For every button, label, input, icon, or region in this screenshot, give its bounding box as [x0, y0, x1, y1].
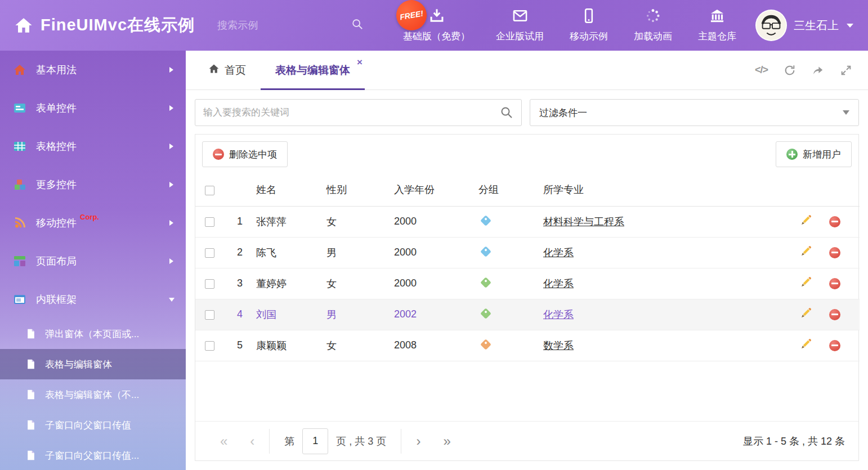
- first-page-button[interactable]: «: [209, 433, 239, 449]
- nav-theme-repo[interactable]: 主题仓库: [698, 8, 736, 43]
- tab-label: 首页: [225, 63, 246, 78]
- file-icon: [25, 389, 37, 400]
- next-page-button[interactable]: ›: [405, 433, 432, 449]
- major-link[interactable]: 化学系: [543, 247, 574, 258]
- table-row[interactable]: 5 康颖颖 女 2008 数学系: [195, 330, 860, 361]
- minus-circle-icon: [213, 149, 224, 160]
- sidebar-item-iframe[interactable]: 内联框架: [0, 280, 186, 319]
- chevron-down-icon: [847, 24, 853, 28]
- add-user-button[interactable]: 新增用户: [776, 141, 852, 167]
- filter-dropdown-value: 过滤条件一: [539, 106, 587, 119]
- sidebar-item-page-layout[interactable]: 页面布局: [0, 242, 186, 280]
- form-icon: [12, 101, 27, 115]
- mobile-signal-icon: [12, 216, 27, 230]
- major-link[interactable]: 数学系: [543, 340, 574, 351]
- nav-enterprise-trial[interactable]: 企业版试用: [496, 8, 544, 43]
- user-menu[interactable]: 三生石上: [755, 10, 853, 41]
- select-all-checkbox[interactable]: [205, 186, 214, 195]
- delete-selected-button[interactable]: 删除选中项: [202, 141, 288, 167]
- row-checkbox[interactable]: [205, 248, 214, 258]
- sidebar-item-table-controls[interactable]: 表格控件: [0, 127, 186, 165]
- sidebar-item-mobile-controls[interactable]: 移动控件 Corp.: [0, 204, 186, 242]
- nav-mobile-demo[interactable]: 移动示例: [570, 8, 608, 43]
- sidebar-subitem-grid-edit-window[interactable]: 表格与编辑窗体: [0, 349, 186, 379]
- header-search-input[interactable]: [217, 20, 348, 32]
- row-checkbox[interactable]: [205, 310, 214, 320]
- chevron-right-icon: [169, 67, 173, 73]
- app-title: FineUIMvc在线示例: [41, 14, 195, 37]
- major-link[interactable]: 化学系: [543, 309, 574, 320]
- delete-row-icon[interactable]: [829, 309, 840, 320]
- close-icon[interactable]: ×: [357, 57, 363, 67]
- cell-gender: 女: [326, 268, 394, 299]
- row-checkbox[interactable]: [205, 217, 214, 227]
- cubes-icon: [12, 178, 27, 191]
- share-forward-icon[interactable]: [812, 64, 824, 77]
- bank-icon: [709, 8, 725, 26]
- pagination-bar: « ‹ 第 1 页 , 共 3 页 › » 显示 1 - 5 条 , 共 12 …: [195, 421, 858, 460]
- page-number-input[interactable]: 1: [302, 428, 328, 454]
- cell-name: 张萍萍: [256, 206, 326, 237]
- chevron-right-icon: [169, 258, 173, 264]
- row-checkbox[interactable]: [205, 341, 214, 351]
- last-page-button[interactable]: »: [432, 433, 462, 449]
- tabbar-actions: </>: [755, 51, 860, 89]
- table-row[interactable]: 1 张萍萍 女 2000 材料科学与工程系: [195, 206, 860, 237]
- cell-name: 刘国: [256, 299, 326, 330]
- row-index: 4: [223, 299, 256, 330]
- header-name: 姓名: [256, 174, 326, 206]
- source-code-icon[interactable]: </>: [755, 64, 768, 76]
- cell-year: 2000: [394, 237, 478, 268]
- sidebar-subitem-popup-window[interactable]: 弹出窗体（本页面或...: [0, 319, 186, 349]
- tag-icon: [480, 339, 491, 350]
- sidebar-item-form-controls[interactable]: 表单控件: [0, 89, 186, 127]
- nav-label: 基础版（免费）: [403, 30, 470, 43]
- tab-grid-edit-window[interactable]: 表格与编辑窗体 ×: [261, 51, 365, 89]
- edit-pencil-icon[interactable]: [800, 307, 812, 321]
- edit-pencil-icon[interactable]: [800, 338, 812, 352]
- file-icon: [25, 359, 37, 370]
- delete-row-icon[interactable]: [829, 216, 840, 227]
- prev-page-button[interactable]: ‹: [239, 433, 266, 449]
- sidebar-item-more-controls[interactable]: 更多控件: [0, 165, 186, 204]
- edit-pencil-icon[interactable]: [800, 214, 812, 229]
- delete-row-icon[interactable]: [829, 247, 840, 258]
- sidebar-subitem-child-to-parent[interactable]: 子窗口向父窗口传值: [0, 410, 186, 440]
- row-checkbox[interactable]: [205, 279, 214, 289]
- edit-pencil-icon[interactable]: [800, 276, 812, 290]
- table-row-selected[interactable]: 4 刘国 男 2002 化学系: [195, 299, 860, 330]
- nav-loading-animation[interactable]: 加载动画: [634, 8, 672, 43]
- user-name: 三生石上: [794, 18, 839, 33]
- sidebar-subitem-child-to-parent-2[interactable]: 子窗口向父窗口传值...: [0, 440, 186, 470]
- sidebar-subitem-grid-edit-window-2[interactable]: 表格与编辑窗体（不...: [0, 379, 186, 410]
- search-icon[interactable]: [500, 106, 513, 119]
- table-row[interactable]: 3 董婷婷 女 2000 化学系: [195, 268, 860, 299]
- envelope-icon: [512, 8, 528, 26]
- nav-basic-free[interactable]: FREE! 基础版（免费）: [403, 8, 470, 43]
- major-link[interactable]: 化学系: [543, 278, 574, 289]
- file-icon: [25, 328, 37, 339]
- search-icon[interactable]: [351, 18, 364, 33]
- table-header-row: 姓名 性别 入学年份 分组 所学专业: [195, 174, 860, 206]
- spinner-icon: [645, 8, 661, 26]
- sidebar: 基本用法 表单控件 表格控件 更多控件 移动控件 Corp. 页面布局 内联框架…: [0, 51, 186, 470]
- table-row[interactable]: 2 陈飞 男 2000 化学系: [195, 237, 860, 268]
- keyword-search-input[interactable]: [203, 107, 500, 118]
- tab-home[interactable]: 首页: [194, 51, 261, 89]
- iframe-icon: [12, 293, 27, 306]
- fullscreen-expand-icon[interactable]: [840, 64, 852, 77]
- row-index: 2: [223, 237, 256, 268]
- cell-gender: 女: [326, 206, 394, 237]
- major-link[interactable]: 材料科学与工程系: [543, 216, 624, 227]
- tag-icon: [480, 246, 491, 257]
- delete-row-icon[interactable]: [829, 278, 840, 289]
- delete-row-icon[interactable]: [829, 340, 840, 351]
- cell-name: 陈飞: [256, 237, 326, 268]
- refresh-icon[interactable]: [784, 64, 796, 77]
- sidebar-item-basic-usage[interactable]: 基本用法: [0, 51, 186, 89]
- tab-bar: 首页 表格与编辑窗体 × </>: [186, 51, 868, 90]
- edit-pencil-icon[interactable]: [800, 245, 812, 259]
- filter-dropdown[interactable]: 过滤条件一: [530, 99, 859, 126]
- data-table: 姓名 性别 入学年份 分组 所学专业 1 张萍萍 女 2000: [195, 174, 860, 361]
- home-logo-icon[interactable]: [15, 16, 33, 34]
